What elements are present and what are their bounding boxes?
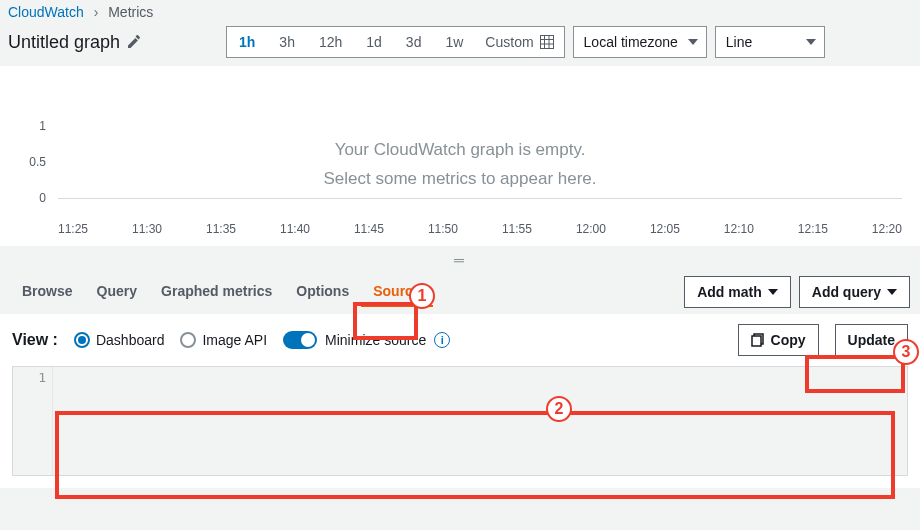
svg-rect-0	[540, 36, 553, 49]
tab-source[interactable]: Source	[361, 277, 432, 307]
breadcrumb: CloudWatch › Metrics	[0, 0, 920, 22]
tab-bar: Browse Query Graphed metrics Options Sou…	[10, 277, 433, 307]
tab-graphed-metrics[interactable]: Graphed metrics	[149, 277, 284, 307]
breadcrumb-current: Metrics	[108, 4, 153, 20]
time-range-12h[interactable]: 12h	[307, 27, 354, 57]
minimize-source-label: Minimize source	[325, 332, 426, 348]
copy-icon	[751, 333, 765, 347]
add-query-button[interactable]: Add query	[799, 276, 910, 308]
resize-handle[interactable]: ═	[0, 246, 920, 270]
minimize-source-toggle[interactable]	[283, 331, 317, 349]
timezone-select[interactable]: Local timezone	[573, 26, 707, 58]
chart-type-select[interactable]: Line	[715, 26, 825, 58]
caret-down-icon	[688, 39, 698, 45]
update-button[interactable]: Update	[835, 324, 908, 356]
info-icon[interactable]: i	[434, 332, 450, 348]
time-range-1h[interactable]: 1h	[227, 27, 267, 57]
editor-content[interactable]	[53, 367, 907, 475]
radio-icon	[74, 332, 90, 348]
timezone-label: Local timezone	[584, 34, 678, 50]
view-image-api-radio[interactable]: Image API	[180, 332, 267, 348]
chevron-right-icon: ›	[94, 4, 99, 20]
time-range-custom-label: Custom	[485, 34, 533, 50]
add-math-button[interactable]: Add math	[684, 276, 791, 308]
x-axis-line	[58, 198, 902, 199]
copy-button[interactable]: Copy	[738, 324, 819, 356]
tab-query[interactable]: Query	[85, 277, 149, 307]
calendar-icon	[540, 35, 554, 49]
radio-icon	[180, 332, 196, 348]
svg-rect-6	[752, 336, 761, 346]
time-range-3d[interactable]: 3d	[394, 27, 434, 57]
x-axis-ticks: 11:2511:3011:35 11:4011:4511:50 11:5512:…	[58, 222, 902, 236]
caret-down-icon	[887, 289, 897, 295]
edit-title-icon[interactable]	[126, 34, 142, 50]
chart-panel: 1 0.5 0 Your CloudWatch graph is empty. …	[0, 66, 920, 246]
time-range-group: 1h 3h 12h 1d 3d 1w Custom	[226, 26, 565, 58]
source-editor[interactable]: 1	[12, 366, 908, 476]
tab-browse[interactable]: Browse	[10, 277, 85, 307]
chart-type-label: Line	[726, 34, 752, 50]
time-range-1w[interactable]: 1w	[433, 27, 475, 57]
caret-down-icon	[806, 39, 816, 45]
line-number: 1	[13, 370, 46, 385]
page-title: Untitled graph	[8, 32, 120, 53]
time-range-custom[interactable]: Custom	[475, 27, 563, 57]
caret-down-icon	[768, 289, 778, 295]
editor-gutter: 1	[13, 367, 53, 475]
empty-chart-message: Your CloudWatch graph is empty. Select s…	[8, 136, 912, 194]
time-range-1d[interactable]: 1d	[354, 27, 394, 57]
view-label: View :	[12, 331, 58, 349]
view-dashboard-radio[interactable]: Dashboard	[74, 332, 165, 348]
tab-options[interactable]: Options	[284, 277, 361, 307]
time-range-3h[interactable]: 3h	[267, 27, 307, 57]
breadcrumb-root[interactable]: CloudWatch	[8, 4, 84, 20]
